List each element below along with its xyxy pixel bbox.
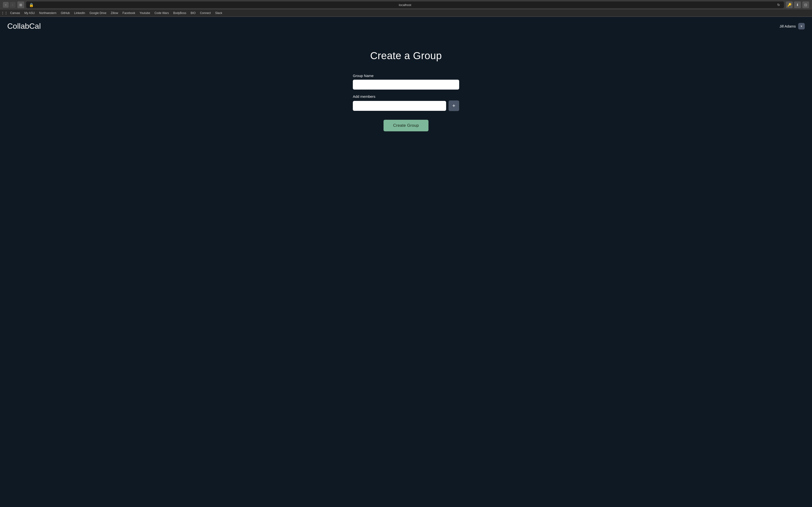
refresh-button[interactable]: ↻ [776, 2, 781, 7]
extensions-button[interactable]: 🔑 [786, 1, 793, 8]
user-dropdown-button[interactable]: ▾ [798, 23, 805, 30]
add-members-label: Add members [353, 95, 459, 99]
url-display[interactable]: localhost [36, 3, 774, 7]
add-members-group: Add members + [353, 95, 459, 111]
bookmark-connect[interactable]: Connect [198, 11, 213, 15]
add-member-button[interactable]: + [449, 101, 459, 111]
app-header: CollabCal Jill Adams ▾ [0, 17, 812, 36]
submit-area: Create Group [353, 120, 459, 131]
browser-chrome: ‹ › ⊞ 🔒 localhost ↻ 🔑 ⬇ ⊡ ⋮⋮ Canvas My A… [0, 0, 812, 17]
apps-icon[interactable]: ⋮⋮ [2, 11, 7, 15]
create-group-button[interactable]: Create Group [384, 120, 429, 131]
group-name-input[interactable] [353, 80, 459, 90]
page-title: Create a Group [370, 50, 442, 62]
browser-actions: 🔑 ⬇ ⊡ [786, 1, 809, 8]
add-members-input[interactable] [353, 101, 446, 111]
main-content: Create a Group Group Name Add members + … [0, 36, 812, 131]
plus-icon: + [452, 103, 456, 109]
screen-button[interactable]: ⊡ [802, 1, 809, 8]
download-button[interactable]: ⬇ [794, 1, 801, 8]
back-button[interactable]: ‹ [3, 2, 9, 8]
forward-button[interactable]: › [10, 2, 15, 8]
bookmark-facebook[interactable]: Facebook [120, 11, 137, 15]
bookmark-slack[interactable]: Slack [213, 11, 224, 15]
bookmarks-bar: ⋮⋮ Canvas My ASU Northwestern GitHub Lin… [0, 10, 812, 17]
user-name: Jill Adams [779, 24, 796, 28]
browser-toolbar: ‹ › ⊞ 🔒 localhost ↻ 🔑 ⬇ ⊡ [0, 0, 812, 10]
bookmark-googledrive[interactable]: Google Drive [88, 11, 108, 15]
address-bar: 🔒 localhost ↻ [26, 1, 784, 8]
group-name-group: Group Name [353, 74, 459, 90]
bookmark-northwestern[interactable]: Northwestern [37, 11, 58, 15]
group-name-label: Group Name [353, 74, 459, 78]
bookmark-linkedin[interactable]: LinkedIn [72, 11, 87, 15]
nav-buttons: ‹ › [3, 2, 15, 8]
bookmark-github[interactable]: GitHub [59, 11, 71, 15]
chevron-down-icon: ▾ [801, 24, 802, 28]
bookmark-bodyboss[interactable]: BodyBoss [171, 11, 188, 15]
bookmark-codewars[interactable]: Code Wars [152, 11, 171, 15]
bookmark-myasu[interactable]: My ASU [22, 11, 37, 15]
app-logo[interactable]: CollabCal [7, 22, 41, 31]
create-group-form: Group Name Add members + Create Group [353, 74, 459, 131]
bookmark-zillow[interactable]: Zillow [109, 11, 120, 15]
tab-view-button[interactable]: ⊞ [17, 1, 24, 8]
bookmark-canvas[interactable]: Canvas [8, 11, 22, 15]
lock-icon: 🔒 [29, 3, 34, 7]
bookmark-youtube[interactable]: Youtube [138, 11, 152, 15]
bookmark-bio[interactable]: BIO [189, 11, 198, 15]
user-area: Jill Adams ▾ [779, 23, 805, 30]
add-members-row: + [353, 101, 459, 111]
